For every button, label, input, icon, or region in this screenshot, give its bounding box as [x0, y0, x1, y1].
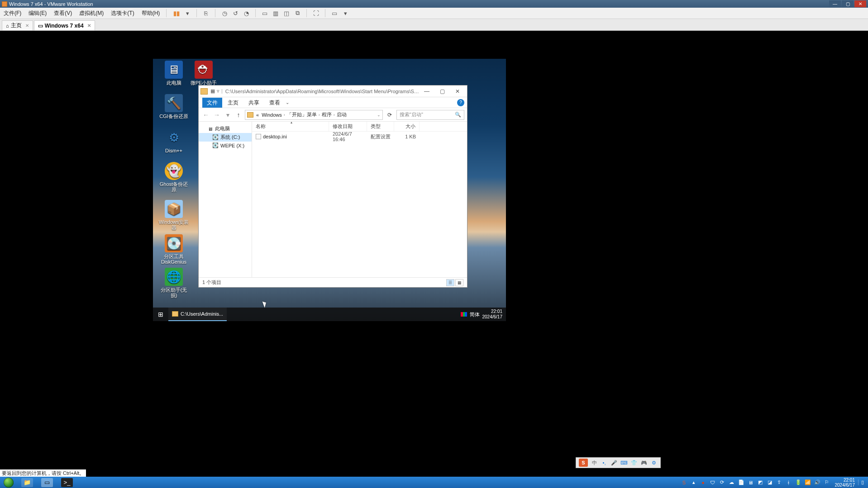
ime-input-icon[interactable]: 🎤	[610, 460, 618, 466]
crumb-dropdown-icon[interactable]: ⌄	[377, 113, 381, 117]
col-name[interactable]: ▴名称	[252, 122, 329, 131]
view-console-button[interactable]: ⧉	[293, 9, 302, 18]
view-multi-button[interactable]: ▥	[271, 9, 280, 18]
ribbon-tab-file[interactable]: 文件	[202, 98, 222, 108]
crumb-windows[interactable]: Windows	[261, 112, 283, 118]
host-clock[interactable]: 22:01 2024/6/17	[835, 478, 855, 488]
tree-this-pc[interactable]: 🖥此电脑	[199, 124, 252, 133]
qat-properties-icon[interactable]: ▦	[210, 88, 215, 94]
menu-file[interactable]: 文件(F)	[0, 8, 25, 19]
desktop-icon-ghost[interactable]: 👻Ghost备份还原	[158, 162, 189, 192]
pause-dropdown[interactable]: ▾	[183, 9, 192, 18]
view-unity-button[interactable]: ◫	[282, 9, 291, 18]
crumb-startup[interactable]: 启动	[336, 111, 348, 118]
menu-view[interactable]: 查看(V)	[50, 8, 76, 19]
menu-vm[interactable]: 虚拟机(M)	[76, 8, 107, 19]
desktop-icon-diskgenius[interactable]: 💽分区工具DiskGenius	[158, 234, 189, 265]
crumb-startmenu[interactable]: 「开始」菜单	[286, 111, 318, 118]
host-pin-terminal[interactable]: >_	[57, 477, 77, 488]
ime-skin-icon[interactable]: 👕	[630, 460, 638, 466]
explorer-nav-tree[interactable]: 🖥此电脑 💽系统 (C:) 💽WEPE (X:)	[199, 122, 252, 277]
desktop-icon-win-installer[interactable]: 📦Windows安装器	[158, 200, 189, 230]
explorer-titlebar[interactable]: ▦ ▿ | C:\Users\Administrator\AppData\Roa…	[199, 85, 467, 97]
tray-sync-icon[interactable]: ⟳	[719, 479, 725, 485]
tab-vm-close-icon[interactable]: ✕	[87, 23, 91, 28]
tray-action-icon[interactable]: ⚐	[824, 479, 830, 485]
ime-lang-label[interactable]: 中	[591, 460, 598, 466]
tray-network-icon[interactable]: 📶	[805, 479, 811, 485]
desktop-icon-wepe-helper[interactable]: ⛑微PE小助手	[188, 61, 219, 85]
explorer-maximize-button[interactable]: ▢	[434, 88, 450, 95]
guest-desktop[interactable]: 🖥此电脑 ⛑微PE小助手 🔨CGI备份还原 ⚙Dism++ 👻Ghost备份还原…	[153, 59, 506, 321]
ribbon-tab-home[interactable]: 主页	[223, 98, 243, 108]
help-icon[interactable]: ?	[457, 99, 464, 106]
tab-home[interactable]: ⌂ 主页 ✕	[2, 20, 33, 30]
file-row[interactable]: desktop.ini 2024/6/7 16:46 配置设置 1 KB	[252, 132, 467, 142]
desktop-icon-cgi-backup[interactable]: 🔨CGI备份还原	[158, 94, 189, 119]
ime-toolbox-icon[interactable]: 🎮	[640, 460, 648, 466]
nav-forward-button[interactable]: →	[212, 111, 221, 118]
tray-battery-icon[interactable]: 🔋	[795, 479, 801, 485]
stretch-button[interactable]: ▭	[330, 9, 339, 18]
host-taskbar[interactable]: 📁 ▭ >_ S ▴ ● 🛡 ⟳ ☁ 📄 🖥 ◩ ◪ ⇪ ᚼ 🔋 📶 🔊 ⚐ 2…	[0, 477, 868, 488]
guest-taskbar[interactable]: ⊞ C:\Users\Adminis... 简体 22:01 2024/6/17	[153, 308, 506, 321]
menu-tabs[interactable]: 选项卡(T)	[107, 8, 138, 19]
nav-back-button[interactable]: ←	[201, 111, 210, 118]
tray-sogou-icon[interactable]: S	[681, 480, 687, 485]
tree-drive-x[interactable]: 💽WEPE (X:)	[199, 142, 252, 149]
tree-drive-c[interactable]: 💽系统 (C:)	[199, 133, 252, 142]
tray-circle-icon[interactable]: ●	[700, 480, 706, 485]
fullscreen-button[interactable]: ⛶	[311, 9, 320, 18]
snapshot-take-button[interactable]: ◷	[220, 9, 229, 18]
tray-note-icon[interactable]: 📄	[738, 479, 744, 485]
breadcrumb[interactable]: « Windows› 「开始」菜单› 程序› 启动 ⌄	[245, 110, 383, 120]
tray-app2-icon[interactable]: ◪	[767, 479, 773, 485]
tray-app1-icon[interactable]: ◩	[757, 479, 763, 485]
col-type[interactable]: 类型	[367, 122, 394, 131]
host-maximize-button[interactable]: ▢	[842, 0, 854, 7]
menu-help[interactable]: 帮助(H)	[138, 8, 164, 19]
explorer-window[interactable]: ▦ ▿ | C:\Users\Administrator\AppData\Roa…	[198, 85, 467, 288]
refresh-button[interactable]: ⟳	[385, 112, 395, 118]
host-minimize-button[interactable]: —	[829, 0, 841, 7]
desktop-icon-this-pc[interactable]: 🖥此电脑	[158, 61, 189, 85]
tray-cloud-icon[interactable]: ☁	[729, 479, 735, 485]
ime-sogou-icon[interactable]: S	[579, 459, 588, 467]
send-ctrlaltdel-button[interactable]: ⎘	[201, 9, 210, 18]
nav-history-dropdown[interactable]: ▾	[223, 111, 232, 118]
desktop-icon-dismpp[interactable]: ⚙Dism++	[158, 128, 189, 153]
tab-home-close-icon[interactable]: ✕	[25, 23, 29, 28]
guest-clock[interactable]: 22:01 2024/6/17	[482, 309, 503, 320]
crumb-programs[interactable]: 程序	[321, 111, 333, 118]
tray-shield-icon[interactable]: 🛡	[710, 480, 716, 485]
explorer-close-button[interactable]: ✕	[450, 88, 465, 95]
view-details-button[interactable]: ☰	[446, 279, 454, 286]
ribbon-expand-icon[interactable]: ⌄	[286, 100, 289, 105]
ime-toolbar[interactable]: S 中 •, 🎤 ⌨ 👕 🎮 ⚙	[576, 457, 661, 468]
tray-flag-icon[interactable]	[461, 312, 467, 317]
ribbon-tab-share[interactable]: 共享	[244, 98, 264, 108]
tray-showdesktop[interactable]: ▯	[858, 479, 864, 485]
stretch-dropdown[interactable]: ▾	[341, 9, 350, 18]
crumb-overflow[interactable]: «	[255, 112, 260, 118]
view-icons-button[interactable]: ▦	[455, 279, 463, 286]
host-start-button[interactable]	[0, 477, 17, 488]
tray-ime-label[interactable]: 简体	[470, 311, 480, 318]
menu-edit[interactable]: 编辑(E)	[25, 8, 50, 19]
qat-newfolder-icon[interactable]: ▿	[217, 88, 219, 94]
ime-settings-icon[interactable]: ⚙	[650, 460, 658, 466]
guest-start-button[interactable]: ⊞	[153, 311, 168, 318]
vm-console[interactable]: 🖥此电脑 ⛑微PE小助手 🔨CGI备份还原 ⚙Dism++ 👻Ghost备份还原…	[0, 31, 868, 477]
tray-monitor-icon[interactable]: 🖥	[748, 480, 754, 485]
explorer-file-list[interactable]: ▴名称 修改日期 类型 大小 desktop.ini 2024/6/7 16:4…	[252, 122, 467, 277]
nav-up-button[interactable]: ↑	[234, 111, 243, 118]
ribbon-tab-view[interactable]: 查看	[265, 98, 285, 108]
view-single-button[interactable]: ▭	[260, 9, 269, 18]
host-pin-explorer[interactable]: 📁	[17, 477, 37, 488]
search-input[interactable]: 搜索"启动" 🔍	[396, 110, 464, 120]
tray-volume-icon[interactable]: 🔊	[814, 479, 820, 485]
desktop-icon-partition-assistant[interactable]: 🌐分区助手(无损)	[158, 268, 189, 298]
guest-taskbar-item-explorer[interactable]: C:\Users\Adminis...	[168, 308, 227, 321]
pause-vm-button[interactable]: ▮▮	[172, 9, 181, 18]
tray-usb-icon[interactable]: ⇪	[776, 479, 782, 485]
